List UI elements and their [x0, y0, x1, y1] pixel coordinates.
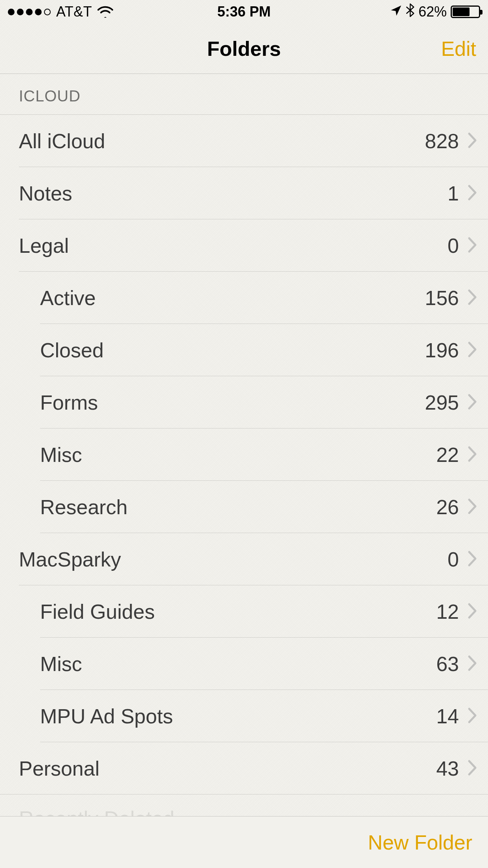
folder-name: Closed [40, 338, 425, 362]
folder-list: All iCloud828Notes1Legal0Active156Closed… [0, 114, 488, 794]
folder-row[interactable]: All iCloud828 [0, 115, 488, 167]
bluetooth-icon [406, 3, 415, 21]
folder-row[interactable]: Notes1 [0, 167, 488, 219]
carrier-label: AT&T [56, 4, 92, 20]
folder-count: 1 [448, 182, 459, 205]
folder-count: 26 [436, 495, 459, 519]
folder-name: Notes [19, 182, 448, 205]
toolbar: New Folder [0, 816, 488, 868]
chevron-right-icon [467, 602, 478, 622]
chevron-right-icon [467, 654, 478, 674]
folder-name: Personal [19, 757, 436, 780]
chevron-right-icon [467, 184, 478, 203]
folder-count: 63 [436, 652, 459, 676]
folder-row[interactable]: Personal43 [0, 742, 488, 794]
battery-icon [451, 6, 480, 18]
folder-name: MPU Ad Spots [40, 704, 436, 728]
chevron-right-icon [467, 445, 478, 465]
status-left: AT&T [8, 4, 113, 20]
folder-row[interactable]: Forms295 [0, 376, 488, 428]
chevron-right-icon [467, 497, 478, 517]
section-header-icloud: ICLOUD [0, 74, 488, 114]
status-bar: AT&T 5:36 PM 62% [0, 0, 488, 24]
chevron-right-icon [467, 288, 478, 308]
folder-count: 43 [436, 757, 459, 780]
folder-row[interactable]: Misc22 [0, 428, 488, 481]
folder-name: MacSparky [19, 548, 448, 571]
chevron-right-icon [467, 340, 478, 360]
folder-name: All iCloud [19, 129, 425, 153]
folder-count: 156 [425, 286, 459, 310]
folder-row[interactable]: Legal0 [0, 219, 488, 272]
folder-row[interactable]: Active156 [0, 272, 488, 324]
new-folder-button[interactable]: New Folder [368, 831, 472, 854]
folder-name: Misc [40, 652, 436, 676]
folder-count: 14 [436, 704, 459, 728]
folder-name: Forms [40, 391, 425, 414]
folder-row[interactable]: Field Guides12 [0, 585, 488, 638]
navigation-bar: Folders Edit [0, 24, 488, 74]
folder-count: 12 [436, 600, 459, 623]
folder-row[interactable]: Closed196 [0, 324, 488, 376]
chevron-right-icon [467, 759, 478, 778]
folder-name: Legal [19, 234, 448, 257]
status-right: 62% [390, 3, 480, 21]
folder-name: Research [40, 495, 436, 519]
signal-strength-icon [8, 9, 51, 15]
folder-row[interactable]: Research26 [0, 481, 488, 533]
folder-name: Misc [40, 443, 436, 467]
battery-percent: 62% [418, 4, 447, 20]
page-title: Folders [207, 37, 281, 61]
chevron-right-icon [467, 706, 478, 726]
battery-fill [453, 7, 470, 16]
folder-count: 196 [425, 338, 459, 362]
location-icon [390, 4, 402, 20]
chevron-right-icon [467, 550, 478, 569]
folder-count: 828 [425, 129, 459, 153]
folder-count: 0 [448, 548, 459, 571]
folder-name: Field Guides [40, 600, 436, 623]
wifi-icon [97, 6, 113, 18]
folder-count: 22 [436, 443, 459, 467]
folder-row[interactable]: Misc63 [0, 638, 488, 690]
chevron-right-icon [467, 131, 478, 151]
status-time: 5:36 PM [217, 4, 271, 20]
folder-row[interactable]: MacSparky0 [0, 533, 488, 585]
folder-count: 295 [425, 391, 459, 414]
chevron-right-icon [467, 236, 478, 256]
chevron-right-icon [467, 393, 478, 412]
edit-button[interactable]: Edit [441, 37, 476, 61]
folder-count: 0 [448, 234, 459, 257]
folder-row[interactable]: MPU Ad Spots14 [0, 690, 488, 742]
folder-name: Active [40, 286, 425, 310]
